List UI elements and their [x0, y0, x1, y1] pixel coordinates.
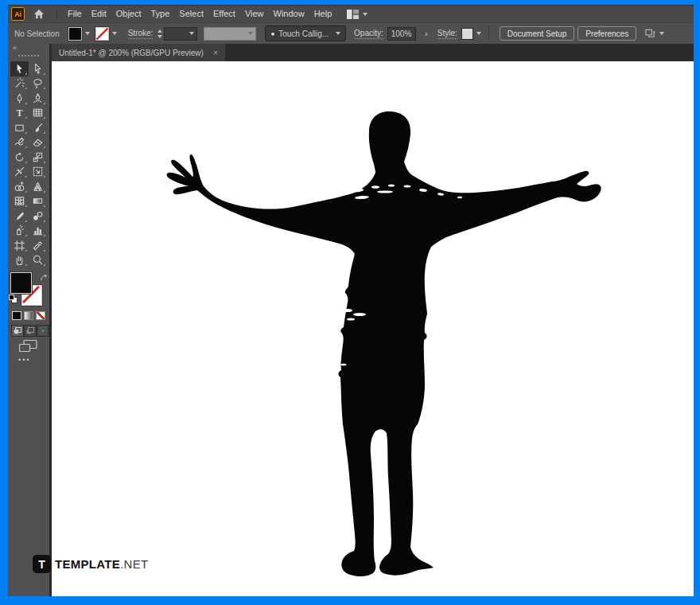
tool-free-transform[interactable] — [29, 165, 47, 180]
tool-shaper[interactable] — [10, 135, 29, 150]
opacity-label[interactable]: Opacity: — [354, 29, 383, 39]
main-area: « T — [8, 44, 694, 596]
tool-column-graph[interactable] — [29, 224, 47, 239]
menu-file[interactable]: File — [63, 6, 87, 22]
rotate-icon — [14, 151, 25, 163]
chevron-down-icon — [248, 32, 253, 35]
menu-object[interactable]: Object — [111, 6, 146, 22]
tool-blend[interactable] — [29, 209, 47, 224]
tool-pen[interactable] — [10, 91, 29, 106]
tool-direct-selection[interactable] — [29, 61, 47, 76]
preferences-button[interactable]: Preferences — [578, 26, 636, 41]
tool-paintbrush[interactable] — [29, 120, 47, 135]
edit-toolbar-button[interactable]: ••• — [18, 356, 30, 364]
tool-magic-wand[interactable] — [10, 76, 29, 92]
draw-inside-button[interactable] — [37, 325, 49, 337]
document-setup-button[interactable]: Document Setup — [500, 26, 575, 41]
collapse-panel-button[interactable]: « — [13, 44, 17, 52]
grid-icon — [32, 107, 44, 119]
menu-window[interactable]: Window — [269, 6, 309, 22]
graphic-style-swatch[interactable] — [461, 28, 473, 40]
tool-lasso[interactable] — [29, 76, 47, 92]
draw-normal-icon — [14, 327, 21, 334]
silhouette-artwork[interactable] — [52, 61, 694, 596]
draw-normal-button[interactable] — [11, 325, 24, 337]
home-button[interactable] — [29, 6, 49, 22]
tools-panel: « T — [8, 44, 49, 596]
tool-width[interactable] — [10, 165, 29, 180]
stroke-weight-stepper[interactable] — [158, 29, 162, 38]
workspace-layout-icon — [347, 10, 359, 19]
arrange-documents-button[interactable] — [644, 28, 664, 39]
bar-separator — [488, 26, 489, 41]
stroke-weight-dropdown[interactable] — [164, 27, 197, 41]
blend-icon — [32, 210, 44, 222]
default-fill-stroke-button[interactable] — [9, 292, 18, 306]
document-tab[interactable]: Untitled-1* @ 200% (RGB/GPU Preview) × — [52, 44, 225, 61]
width-profile-dropdown[interactable] — [204, 27, 256, 41]
tool-eyedropper[interactable] — [10, 209, 29, 224]
paintbrush-icon — [32, 122, 44, 134]
opacity-field[interactable]: 100% — [387, 27, 416, 41]
shaper-icon — [14, 136, 25, 148]
arrange-documents-icon — [644, 28, 656, 39]
mesh-icon — [14, 195, 25, 207]
menu-view[interactable]: View — [240, 6, 269, 22]
artboard-canvas[interactable] — [49, 61, 694, 596]
control-bar: No Selection Stroke: ● Touch Callig... O… — [8, 22, 694, 44]
fill-chevron-icon[interactable] — [85, 32, 90, 35]
tab-close-icon[interactable]: × — [213, 49, 218, 57]
tool-selection[interactable] — [10, 61, 29, 76]
workspace-switcher[interactable] — [347, 10, 368, 19]
tool-grid[interactable] — [29, 106, 47, 121]
stroke-chevron-icon[interactable] — [112, 32, 117, 35]
tool-symbol-sprayer[interactable] — [10, 224, 29, 239]
stroke-color-swatch[interactable] — [95, 27, 109, 41]
curvature-icon — [32, 92, 44, 104]
tool-zoom[interactable] — [29, 253, 47, 268]
color-button[interactable] — [12, 311, 21, 320]
none-slash-icon — [96, 28, 108, 40]
scale-icon — [32, 151, 44, 163]
tool-gradient[interactable] — [29, 194, 47, 209]
screen-mode-button[interactable] — [18, 339, 38, 357]
tool-curvature[interactable] — [29, 91, 47, 106]
pen-icon — [14, 92, 25, 104]
perspective-grid-icon — [32, 181, 44, 193]
brush-dot-icon: ● — [270, 30, 274, 37]
gradient-button[interactable] — [24, 311, 33, 320]
menu-type[interactable]: Type — [146, 6, 175, 22]
hand-icon — [14, 254, 25, 266]
menu-effect[interactable]: Effect — [208, 6, 240, 22]
style-chevron-icon[interactable] — [476, 32, 481, 35]
panel-grip[interactable] — [18, 55, 39, 57]
tool-rectangle[interactable] — [10, 120, 29, 135]
selection-icon — [14, 63, 25, 75]
tool-type[interactable]: T — [10, 106, 29, 121]
tool-artboard[interactable] — [10, 238, 29, 253]
chevron-down-icon — [659, 32, 664, 35]
style-label[interactable]: Style: — [438, 29, 457, 39]
rectangle-icon — [14, 122, 25, 134]
menu-edit[interactable]: Edit — [87, 6, 111, 22]
home-icon — [33, 9, 45, 19]
swap-fill-stroke-button[interactable] — [41, 271, 48, 285]
tool-rotate[interactable] — [10, 150, 29, 165]
tool-scale[interactable] — [29, 150, 47, 165]
none-button[interactable] — [36, 311, 45, 320]
brush-definition-dropdown[interactable]: ● Touch Callig... — [265, 25, 346, 41]
menu-help[interactable]: Help — [309, 6, 337, 22]
tool-perspective-grid[interactable] — [29, 179, 47, 194]
tool-shape-builder[interactable] — [10, 179, 29, 194]
opacity-options-button[interactable]: › — [421, 27, 432, 41]
menu-select[interactable]: Select — [174, 6, 208, 22]
fill-color-indicator[interactable] — [10, 272, 32, 294]
tool-slice[interactable] — [29, 238, 47, 253]
draw-behind-button[interactable] — [24, 325, 37, 337]
menu-items: File Edit Object Type Select Effect View… — [63, 6, 336, 22]
stroke-label[interactable]: Stroke: — [128, 29, 154, 39]
tool-mesh[interactable] — [10, 194, 29, 209]
fill-color-swatch[interactable] — [68, 27, 82, 41]
tool-hand[interactable] — [10, 253, 29, 268]
tool-eraser[interactable] — [29, 135, 47, 150]
